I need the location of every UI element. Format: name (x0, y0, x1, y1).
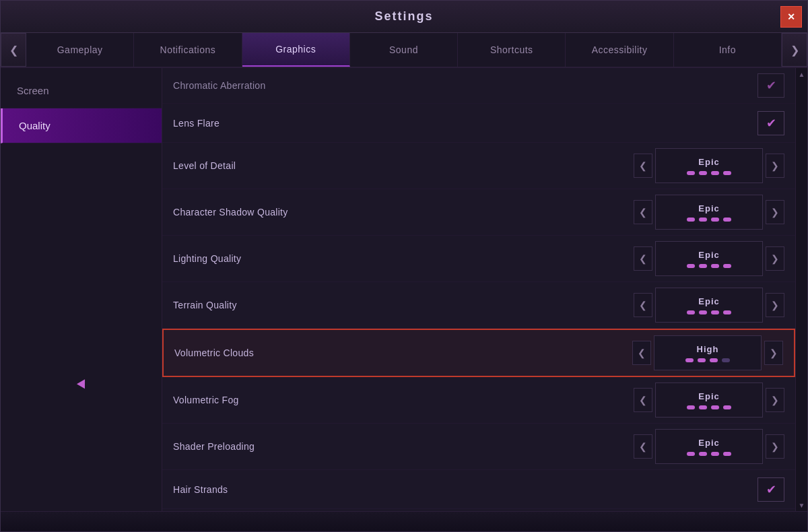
dot-3 (711, 405, 719, 409)
setting-hair-strands: Hair Strands ✔ (162, 470, 795, 509)
terrain-quality-text: Epic (698, 296, 719, 306)
setting-lens-flare: Lens Flare ✔ (162, 104, 795, 143)
shader-preloading-text: Epic (698, 438, 719, 448)
dot-1 (687, 405, 695, 409)
hair-strands-checkbox[interactable]: ✔ (758, 477, 784, 502)
dot-1 (685, 358, 694, 362)
tab-sound-label: Sound (389, 44, 418, 55)
tab-bar: ❮ Gameplay Notifications Graphics Sound … (1, 33, 807, 68)
scroll-up-button[interactable]: ▲ (796, 68, 808, 80)
lens-flare-label: Lens Flare (173, 118, 758, 129)
tab-info-label: Info (719, 44, 736, 55)
dot-3 (711, 452, 719, 456)
dot-2 (699, 264, 707, 268)
character-shadow-dots (687, 218, 731, 222)
terrain-quality-left-arrow[interactable]: ❮ (634, 293, 652, 317)
bottom-decoration (1, 511, 807, 531)
dot-2 (699, 310, 707, 314)
dot-3 (710, 358, 718, 362)
dot-4 (723, 264, 731, 268)
tabs-container: Gameplay Notifications Graphics Sound Sh… (26, 33, 782, 67)
character-shadow-left-arrow[interactable]: ❮ (634, 200, 652, 224)
setting-lighting-quality: Lighting Quality ❮ Epic (162, 236, 795, 282)
tab-shortcuts[interactable]: Shortcuts (458, 33, 566, 67)
dot-2 (698, 358, 706, 362)
level-of-detail-text: Epic (698, 157, 719, 167)
tab-accessibility[interactable]: Accessibility (566, 33, 673, 67)
level-of-detail-left-arrow[interactable]: ❮ (634, 154, 652, 178)
tab-sound[interactable]: Sound (350, 33, 458, 67)
tab-notifications-label: Notifications (160, 44, 216, 55)
dot-4 (723, 452, 731, 456)
volumetric-fog-left-arrow[interactable]: ❮ (634, 388, 652, 412)
level-of-detail-slider: ❮ Epic ❯ (634, 148, 784, 183)
character-shadow-quality-label: Character Shadow Quality (173, 207, 634, 218)
settings-panel: Chromatic Aberration ✔ Lens Flare ✔ Leve… (162, 68, 795, 511)
left-nav-icon: ❮ (9, 44, 18, 57)
sidebar-item-screen[interactable]: Screen (1, 73, 162, 108)
volumetric-fog-value: Epic (655, 383, 763, 418)
tab-nav-right[interactable]: ❯ (782, 33, 807, 67)
hair-strands-label: Hair Strands (173, 484, 758, 495)
tab-gameplay[interactable]: Gameplay (26, 33, 134, 67)
dot-2 (699, 171, 707, 175)
setting-volumetric-clouds: Volumetric Clouds ❮ High (162, 329, 795, 377)
setting-volumetric-fog: Volumetric Fog ❮ Epic (162, 377, 795, 424)
dot-2 (699, 405, 707, 409)
tab-gameplay-label: Gameplay (57, 44, 103, 55)
tab-graphics[interactable]: Graphics (242, 33, 350, 67)
lighting-quality-dots (687, 264, 731, 268)
chromatic-aberration-checkbox[interactable]: ✔ (758, 73, 784, 98)
close-button[interactable]: ✕ (780, 6, 802, 28)
volumetric-clouds-text: High (697, 344, 719, 354)
volumetric-fog-right-arrow[interactable]: ❯ (766, 388, 784, 412)
volumetric-clouds-right-arrow[interactable]: ❯ (764, 341, 783, 365)
setting-terrain-quality: Terrain Quality ❮ Epic (162, 282, 795, 329)
level-of-detail-right-arrow[interactable]: ❯ (766, 154, 784, 178)
character-shadow-quality-slider: ❮ Epic ❯ (634, 195, 784, 230)
dot-4 (723, 171, 731, 175)
dot-3 (711, 218, 719, 222)
sidebar-screen-label: Screen (17, 85, 49, 96)
lighting-quality-left-arrow[interactable]: ❮ (634, 246, 652, 271)
volumetric-clouds-left-arrow[interactable]: ❮ (632, 341, 651, 365)
tab-nav-left[interactable]: ❮ (1, 33, 26, 67)
volumetric-fog-slider: ❮ Epic ❯ (634, 383, 784, 418)
level-of-detail-dots (687, 171, 731, 175)
tab-graphics-label: Graphics (275, 44, 316, 55)
dot-4 (722, 358, 730, 362)
setting-character-shadow-quality: Character Shadow Quality ❮ Epic (162, 189, 795, 236)
checkmark-icon-2: ✔ (766, 116, 776, 131)
level-of-detail-value: Epic (655, 148, 763, 183)
sidebar-quality-label: Quality (19, 120, 50, 131)
terrain-quality-slider: ❮ Epic ❯ (634, 288, 784, 323)
dot-2 (699, 218, 707, 222)
title-bar: Settings ✕ (1, 1, 807, 33)
dot-4 (723, 218, 731, 222)
volumetric-clouds-dots (685, 358, 730, 362)
character-shadow-right-arrow[interactable]: ❯ (766, 200, 784, 224)
shader-preloading-value: Epic (655, 429, 763, 464)
tab-notifications[interactable]: Notifications (134, 33, 242, 67)
scroll-down-button[interactable]: ▼ (796, 499, 808, 511)
right-nav-icon: ❯ (790, 44, 799, 57)
shader-preloading-slider: ❮ Epic ❯ (634, 429, 784, 464)
shader-preloading-right-arrow[interactable]: ❯ (766, 434, 784, 459)
terrain-quality-dots (687, 310, 731, 314)
volumetric-clouds-label: Volumetric Clouds (174, 347, 632, 358)
lighting-quality-label: Lighting Quality (173, 253, 634, 264)
terrain-quality-right-arrow[interactable]: ❯ (766, 293, 784, 317)
shader-preloading-label: Shader Preloading (173, 441, 634, 452)
dot-1 (687, 171, 695, 175)
shader-preloading-left-arrow[interactable]: ❮ (634, 434, 652, 459)
settings-window: Settings ✕ ❮ Gameplay Notifications Grap… (0, 0, 808, 532)
lighting-quality-right-arrow[interactable]: ❯ (766, 246, 784, 271)
tab-info[interactable]: Info (674, 33, 782, 67)
dot-3 (711, 264, 719, 268)
sidebar-item-quality[interactable]: Quality (1, 108, 162, 143)
lens-flare-checkbox[interactable]: ✔ (758, 111, 784, 135)
dot-1 (687, 452, 695, 456)
chromatic-aberration-label: Chromatic Aberration (173, 80, 758, 91)
terrain-quality-label: Terrain Quality (173, 300, 634, 310)
volumetric-fog-dots (687, 405, 731, 409)
